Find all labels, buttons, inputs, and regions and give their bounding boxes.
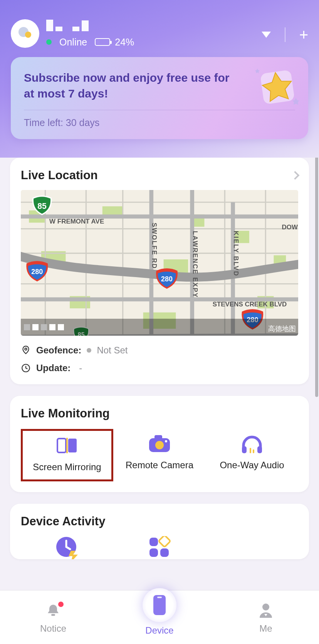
svg-text:280: 280 [161,275,173,283]
svg-text:STEVENS CREEK BLVD: STEVENS CREEK BLVD [213,301,287,308]
device-switcher-chevron-down-icon[interactable] [262,32,271,38]
battery-icon [95,38,110,46]
map-preview[interactable]: 85 280 280 280 85 W [21,190,298,336]
svg-rect-57 [160,548,169,557]
live-location-title: Live Location [21,168,98,182]
svg-rect-44 [68,439,77,452]
pin-icon [21,345,31,355]
promo-title: Subscribe now and enjoy free use for at … [24,70,232,101]
chevron-right-icon[interactable] [291,171,300,180]
svg-point-1 [25,32,31,38]
svg-rect-45 [66,438,68,453]
monitoring-label: Screen Mirroring [33,462,101,472]
svg-rect-61 [157,597,162,598]
camera-icon [148,433,171,454]
svg-rect-59 [51,614,55,616]
device-icon [143,588,176,622]
online-status-dot-icon [46,39,52,45]
person-icon [258,601,274,620]
svg-point-49 [165,440,167,442]
svg-rect-47 [154,435,162,440]
svg-rect-52 [250,448,251,453]
nav-notice[interactable]: Notice [0,601,106,634]
live-location-card: Live Location [10,158,309,384]
device-activity-title: Device Activity [21,515,298,528]
divider [285,27,285,42]
map-footer: 高德地图 [21,319,298,336]
clock-bolt-icon [55,536,79,559]
svg-point-41 [25,348,27,350]
svg-rect-55 [149,538,158,546]
star-icon [254,64,301,110]
headphones-icon [240,433,264,454]
bell-icon [45,601,61,620]
svg-rect-43 [57,439,66,452]
svg-point-48 [155,441,164,449]
svg-rect-53 [253,449,254,453]
svg-text:280: 280 [31,268,43,276]
user-row: Online 24% + [11,19,308,48]
update-row: Update: - [21,363,298,373]
svg-rect-56 [149,548,158,557]
svg-text:DOW
SANT: DOW SANT [282,224,298,231]
svg-rect-58 [158,536,170,547]
svg-text:W FREMONT AVE: W FREMONT AVE [49,218,104,225]
remote-camera-button[interactable]: Remote Camera [113,429,206,481]
nav-label: Device [145,625,173,636]
live-monitoring-title: Live Monitoring [21,407,298,420]
monitoring-label: Remote Camera [126,460,193,471]
add-device-plus-icon[interactable]: + [299,27,308,42]
svg-text:85: 85 [37,202,47,210]
monitoring-label: One-Way Audio [220,460,284,471]
user-name-redacted [46,20,134,31]
one-way-audio-button[interactable]: One-Way Audio [206,429,298,481]
device-activity-card: Device Activity [10,504,309,559]
clock-icon [21,363,31,373]
svg-text:LAWRENCE EXPY: LAWRENCE EXPY [191,231,199,298]
svg-text:KIELY BLVD: KIELY BLVD [232,231,240,277]
nav-me[interactable]: Me [213,601,319,634]
avatar-placeholder-icon [17,25,34,42]
svg-text:SWOLFE RD: SWOLFE RD [151,223,158,269]
update-label: Update: [36,363,71,373]
screen-mirroring-icon [55,435,79,456]
activity-item-1[interactable] [21,536,113,559]
battery-pct: 24% [115,37,134,48]
geofence-row[interactable]: Geofence: Not Set [21,345,298,356]
update-value: - [79,363,82,373]
status-dot-icon [87,348,91,353]
svg-rect-51 [257,446,262,453]
notification-dot-icon [58,602,64,607]
promo-card[interactable]: Subscribe now and enjoy free use for at … [11,57,308,139]
live-monitoring-card: Live Monitoring Screen Mirroring [10,396,309,492]
apps-icon [148,536,171,559]
nav-label: Me [259,623,272,634]
map-attribution: 高德地图 [268,324,296,333]
geofence-value: Not Set [97,345,128,356]
avatar[interactable] [11,19,39,48]
app-header: Online 24% + Subscribe now and enjoy fre… [0,0,319,158]
activity-item-2[interactable] [113,536,206,559]
nav-label: Notice [40,623,66,634]
svg-rect-50 [242,446,247,453]
svg-point-62 [262,604,269,610]
nav-device[interactable]: Device [106,599,213,636]
promo-time-left: Time left: 30 days [24,117,295,128]
bottom-nav: Notice Device Me [0,590,319,644]
screen-mirroring-button[interactable]: Screen Mirroring [21,429,113,481]
geofence-label: Geofence: [36,345,81,356]
status-label: Online [59,37,87,48]
